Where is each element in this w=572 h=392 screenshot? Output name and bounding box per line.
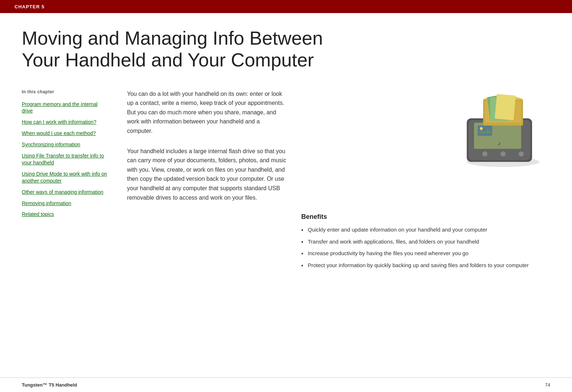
in-this-chapter-label: In this chapter [22, 89, 109, 94]
benefits-title: Benefits [301, 213, 550, 221]
svg-text:♪: ♪ [498, 140, 501, 147]
paragraph-1: You can do a lot with your handheld on i… [127, 89, 287, 136]
footer-brand-model: T5 [49, 382, 54, 388]
footer-brand-prefix: Tungsten™ [22, 382, 49, 388]
sidebar-link-how-can-i-work[interactable]: How can I work with information? [22, 119, 109, 126]
svg-rect-11 [495, 94, 516, 120]
benefit-item-1: Quickly enter and update information on … [301, 226, 550, 234]
sidebar-link-removing[interactable]: Removing information [22, 200, 109, 207]
svg-point-4 [482, 151, 487, 156]
page-footer: Tungsten™ T5 Handheld 74 [0, 377, 572, 392]
benefit-item-3: Increase productivity by having the file… [301, 249, 550, 258]
main-layout: In this chapter Program memory and the i… [22, 89, 550, 270]
benefit-item-2: Transfer and work with applications, fil… [301, 238, 550, 246]
sidebar-link-other-ways[interactable]: Other ways of managing information [22, 189, 109, 196]
sidebar-link-related-topics[interactable]: Related topics [22, 211, 109, 218]
top-section: You can do a lot with your handheld on i… [127, 89, 550, 203]
paragraph-2: Your handheld includes a large internal … [127, 147, 287, 203]
text-columns: You can do a lot with your handheld on i… [127, 89, 441, 203]
sidebar-link-when-would-i-use[interactable]: When would I use each method? [22, 130, 109, 137]
footer-page-number: 74 [545, 382, 550, 388]
benefits-section: Benefits Quickly enter and update inform… [127, 213, 550, 269]
page-title: Moving and Managing Info Between Your Ha… [22, 28, 348, 71]
page-content: Moving and Managing Info Between Your Ha… [0, 13, 572, 284]
sidebar-link-synchronizing[interactable]: Synchronizing information [22, 141, 109, 148]
benefits-content: Benefits Quickly enter and update inform… [301, 213, 550, 269]
svg-rect-12 [478, 126, 492, 136]
sidebar-link-program-memory[interactable]: Program memory and the internal drive [22, 101, 109, 115]
chapter-label: CHAPTER 5 [15, 4, 45, 9]
svg-point-13 [480, 127, 483, 130]
sidebar-links: Program memory and the internal drive Ho… [22, 101, 109, 218]
benefit-item-4: Protect your information by quickly back… [301, 261, 550, 270]
handheld-illustration: ♪ [456, 89, 550, 169]
footer-brand: Tungsten™ T5 Handheld [22, 382, 77, 388]
sidebar-link-file-transfer[interactable]: Using File Transfer to transfer info to … [22, 152, 109, 166]
content-area: You can do a lot with your handheld on i… [127, 89, 550, 270]
svg-point-6 [519, 151, 524, 156]
benefits-list: Quickly enter and update information on … [301, 226, 550, 269]
sidebar: In this chapter Program memory and the i… [22, 89, 109, 270]
sidebar-link-drive-mode[interactable]: Using Drive Mode to work with info on an… [22, 171, 109, 184]
footer-brand-suffix: Handheld [54, 382, 77, 388]
header-bar: CHAPTER 5 [0, 0, 572, 13]
benefits-spacer [127, 213, 287, 269]
svg-point-5 [500, 151, 506, 156]
